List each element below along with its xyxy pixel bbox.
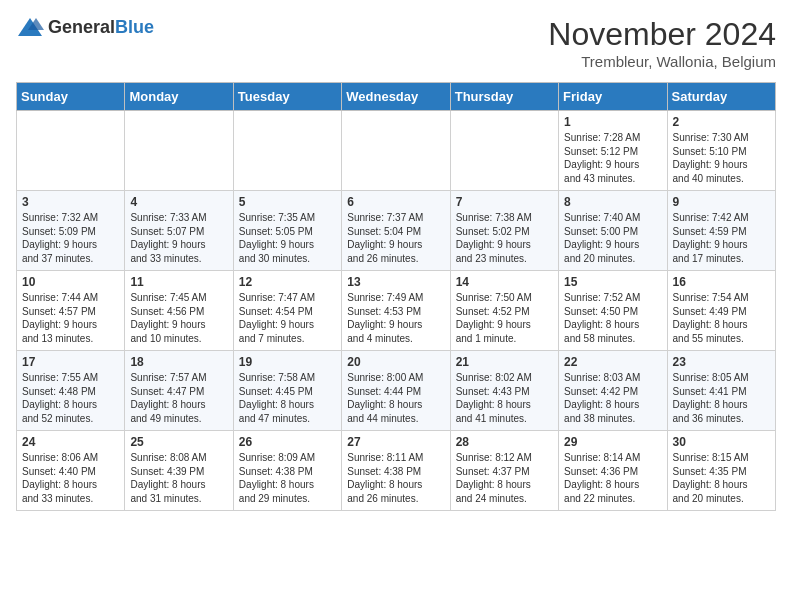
calendar-cell-w2-d7: 9Sunrise: 7:42 AM Sunset: 4:59 PM Daylig… xyxy=(667,191,775,271)
day-info: Sunrise: 7:55 AM Sunset: 4:48 PM Dayligh… xyxy=(22,371,119,425)
calendar-week-5: 24Sunrise: 8:06 AM Sunset: 4:40 PM Dayli… xyxy=(17,431,776,511)
day-info: Sunrise: 7:30 AM Sunset: 5:10 PM Dayligh… xyxy=(673,131,770,185)
calendar-cell-w2-d5: 7Sunrise: 7:38 AM Sunset: 5:02 PM Daylig… xyxy=(450,191,558,271)
day-number: 6 xyxy=(347,195,444,209)
calendar-header-row: Sunday Monday Tuesday Wednesday Thursday… xyxy=(17,83,776,111)
day-number: 5 xyxy=(239,195,336,209)
calendar-cell-w3-d5: 14Sunrise: 7:50 AM Sunset: 4:52 PM Dayli… xyxy=(450,271,558,351)
calendar-cell-w2-d4: 6Sunrise: 7:37 AM Sunset: 5:04 PM Daylig… xyxy=(342,191,450,271)
calendar-cell-w2-d6: 8Sunrise: 7:40 AM Sunset: 5:00 PM Daylig… xyxy=(559,191,667,271)
calendar-cell-w1-d6: 1Sunrise: 7:28 AM Sunset: 5:12 PM Daylig… xyxy=(559,111,667,191)
calendar-cell-w3-d2: 11Sunrise: 7:45 AM Sunset: 4:56 PM Dayli… xyxy=(125,271,233,351)
calendar-cell-w5-d6: 29Sunrise: 8:14 AM Sunset: 4:36 PM Dayli… xyxy=(559,431,667,511)
day-info: Sunrise: 7:50 AM Sunset: 4:52 PM Dayligh… xyxy=(456,291,553,345)
calendar-cell-w1-d5 xyxy=(450,111,558,191)
calendar-week-2: 3Sunrise: 7:32 AM Sunset: 5:09 PM Daylig… xyxy=(17,191,776,271)
day-info: Sunrise: 8:00 AM Sunset: 4:44 PM Dayligh… xyxy=(347,371,444,425)
day-number: 12 xyxy=(239,275,336,289)
header-sunday: Sunday xyxy=(17,83,125,111)
calendar-table: Sunday Monday Tuesday Wednesday Thursday… xyxy=(16,82,776,511)
calendar-cell-w2-d1: 3Sunrise: 7:32 AM Sunset: 5:09 PM Daylig… xyxy=(17,191,125,271)
day-info: Sunrise: 7:52 AM Sunset: 4:50 PM Dayligh… xyxy=(564,291,661,345)
calendar-cell-w5-d7: 30Sunrise: 8:15 AM Sunset: 4:35 PM Dayli… xyxy=(667,431,775,511)
day-info: Sunrise: 7:57 AM Sunset: 4:47 PM Dayligh… xyxy=(130,371,227,425)
day-number: 29 xyxy=(564,435,661,449)
day-info: Sunrise: 7:32 AM Sunset: 5:09 PM Dayligh… xyxy=(22,211,119,265)
day-number: 30 xyxy=(673,435,770,449)
calendar-cell-w5-d4: 27Sunrise: 8:11 AM Sunset: 4:38 PM Dayli… xyxy=(342,431,450,511)
day-info: Sunrise: 7:37 AM Sunset: 5:04 PM Dayligh… xyxy=(347,211,444,265)
day-number: 28 xyxy=(456,435,553,449)
day-info: Sunrise: 8:15 AM Sunset: 4:35 PM Dayligh… xyxy=(673,451,770,505)
day-info: Sunrise: 8:11 AM Sunset: 4:38 PM Dayligh… xyxy=(347,451,444,505)
header-friday: Friday xyxy=(559,83,667,111)
day-info: Sunrise: 8:05 AM Sunset: 4:41 PM Dayligh… xyxy=(673,371,770,425)
logo: GeneralBlue xyxy=(16,16,154,38)
day-number: 24 xyxy=(22,435,119,449)
day-info: Sunrise: 8:12 AM Sunset: 4:37 PM Dayligh… xyxy=(456,451,553,505)
day-info: Sunrise: 7:45 AM Sunset: 4:56 PM Dayligh… xyxy=(130,291,227,345)
day-info: Sunrise: 8:02 AM Sunset: 4:43 PM Dayligh… xyxy=(456,371,553,425)
logo-general: General xyxy=(48,17,115,37)
day-info: Sunrise: 7:58 AM Sunset: 4:45 PM Dayligh… xyxy=(239,371,336,425)
calendar-cell-w3-d6: 15Sunrise: 7:52 AM Sunset: 4:50 PM Dayli… xyxy=(559,271,667,351)
day-info: Sunrise: 8:09 AM Sunset: 4:38 PM Dayligh… xyxy=(239,451,336,505)
day-info: Sunrise: 7:40 AM Sunset: 5:00 PM Dayligh… xyxy=(564,211,661,265)
calendar-week-4: 17Sunrise: 7:55 AM Sunset: 4:48 PM Dayli… xyxy=(17,351,776,431)
day-info: Sunrise: 7:33 AM Sunset: 5:07 PM Dayligh… xyxy=(130,211,227,265)
calendar-cell-w4-d2: 18Sunrise: 7:57 AM Sunset: 4:47 PM Dayli… xyxy=(125,351,233,431)
calendar-week-3: 10Sunrise: 7:44 AM Sunset: 4:57 PM Dayli… xyxy=(17,271,776,351)
day-number: 11 xyxy=(130,275,227,289)
day-info: Sunrise: 8:06 AM Sunset: 4:40 PM Dayligh… xyxy=(22,451,119,505)
calendar-cell-w1-d1 xyxy=(17,111,125,191)
day-number: 19 xyxy=(239,355,336,369)
calendar-cell-w4-d5: 21Sunrise: 8:02 AM Sunset: 4:43 PM Dayli… xyxy=(450,351,558,431)
day-number: 26 xyxy=(239,435,336,449)
day-info: Sunrise: 7:28 AM Sunset: 5:12 PM Dayligh… xyxy=(564,131,661,185)
calendar-cell-w4-d7: 23Sunrise: 8:05 AM Sunset: 4:41 PM Dayli… xyxy=(667,351,775,431)
calendar-cell-w5-d5: 28Sunrise: 8:12 AM Sunset: 4:37 PM Dayli… xyxy=(450,431,558,511)
day-info: Sunrise: 8:03 AM Sunset: 4:42 PM Dayligh… xyxy=(564,371,661,425)
day-number: 21 xyxy=(456,355,553,369)
calendar-cell-w5-d1: 24Sunrise: 8:06 AM Sunset: 4:40 PM Dayli… xyxy=(17,431,125,511)
calendar-cell-w2-d2: 4Sunrise: 7:33 AM Sunset: 5:07 PM Daylig… xyxy=(125,191,233,271)
day-info: Sunrise: 7:54 AM Sunset: 4:49 PM Dayligh… xyxy=(673,291,770,345)
title-area: November 2024 Trembleur, Wallonia, Belgi… xyxy=(548,16,776,70)
day-info: Sunrise: 7:47 AM Sunset: 4:54 PM Dayligh… xyxy=(239,291,336,345)
day-number: 18 xyxy=(130,355,227,369)
calendar-cell-w3-d3: 12Sunrise: 7:47 AM Sunset: 4:54 PM Dayli… xyxy=(233,271,341,351)
day-number: 22 xyxy=(564,355,661,369)
header-wednesday: Wednesday xyxy=(342,83,450,111)
day-info: Sunrise: 7:49 AM Sunset: 4:53 PM Dayligh… xyxy=(347,291,444,345)
calendar-cell-w5-d2: 25Sunrise: 8:08 AM Sunset: 4:39 PM Dayli… xyxy=(125,431,233,511)
calendar-cell-w2-d3: 5Sunrise: 7:35 AM Sunset: 5:05 PM Daylig… xyxy=(233,191,341,271)
day-info: Sunrise: 7:38 AM Sunset: 5:02 PM Dayligh… xyxy=(456,211,553,265)
day-number: 20 xyxy=(347,355,444,369)
day-number: 16 xyxy=(673,275,770,289)
day-number: 2 xyxy=(673,115,770,129)
day-number: 8 xyxy=(564,195,661,209)
calendar-cell-w4-d4: 20Sunrise: 8:00 AM Sunset: 4:44 PM Dayli… xyxy=(342,351,450,431)
calendar-cell-w5-d3: 26Sunrise: 8:09 AM Sunset: 4:38 PM Dayli… xyxy=(233,431,341,511)
day-info: Sunrise: 8:08 AM Sunset: 4:39 PM Dayligh… xyxy=(130,451,227,505)
calendar-cell-w1-d7: 2Sunrise: 7:30 AM Sunset: 5:10 PM Daylig… xyxy=(667,111,775,191)
day-number: 25 xyxy=(130,435,227,449)
day-info: Sunrise: 7:35 AM Sunset: 5:05 PM Dayligh… xyxy=(239,211,336,265)
header-thursday: Thursday xyxy=(450,83,558,111)
calendar-week-1: 1Sunrise: 7:28 AM Sunset: 5:12 PM Daylig… xyxy=(17,111,776,191)
calendar-cell-w3-d7: 16Sunrise: 7:54 AM Sunset: 4:49 PM Dayli… xyxy=(667,271,775,351)
day-number: 17 xyxy=(22,355,119,369)
day-number: 4 xyxy=(130,195,227,209)
day-number: 3 xyxy=(22,195,119,209)
header-tuesday: Tuesday xyxy=(233,83,341,111)
logo-icon xyxy=(16,16,44,38)
day-number: 13 xyxy=(347,275,444,289)
location-title: Trembleur, Wallonia, Belgium xyxy=(548,53,776,70)
day-number: 9 xyxy=(673,195,770,209)
logo-text: GeneralBlue xyxy=(48,17,154,38)
calendar-cell-w3-d1: 10Sunrise: 7:44 AM Sunset: 4:57 PM Dayli… xyxy=(17,271,125,351)
page-header: GeneralBlue November 2024 Trembleur, Wal… xyxy=(16,16,776,70)
calendar-cell-w4-d3: 19Sunrise: 7:58 AM Sunset: 4:45 PM Dayli… xyxy=(233,351,341,431)
header-monday: Monday xyxy=(125,83,233,111)
calendar-cell-w1-d2 xyxy=(125,111,233,191)
